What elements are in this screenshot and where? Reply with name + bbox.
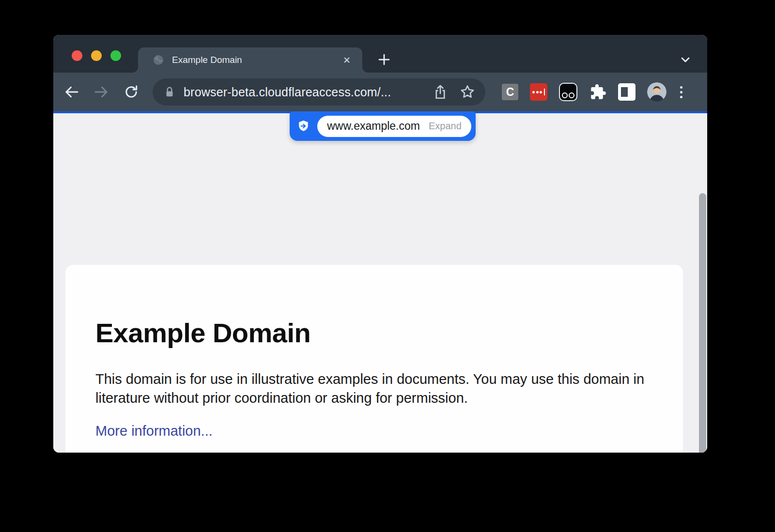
isolated-domain-pill[interactable]: www.example.com Expand bbox=[317, 116, 471, 137]
url-text[interactable]: browser-beta.cloudflareaccess.com/... bbox=[184, 85, 421, 99]
extension-c-icon[interactable]: C bbox=[502, 84, 518, 100]
profile-avatar[interactable] bbox=[647, 82, 666, 102]
forward-arrow-icon bbox=[93, 83, 110, 101]
extensions-puzzle-icon[interactable] bbox=[589, 83, 606, 101]
vertical-scrollbar-thumb[interactable] bbox=[699, 193, 706, 453]
tab-title: Example Domain bbox=[172, 55, 340, 65]
minimize-window-button[interactable] bbox=[91, 50, 102, 61]
reload-icon bbox=[123, 84, 140, 100]
more-information-link[interactable]: More information... bbox=[95, 423, 213, 439]
chevron-down-icon bbox=[679, 53, 692, 66]
new-tab-button[interactable] bbox=[375, 50, 393, 69]
share-button[interactable] bbox=[432, 84, 449, 100]
tab-right-flare bbox=[362, 67, 368, 73]
lastpass-extension-icon[interactable] bbox=[530, 83, 547, 101]
page-heading: Example Domain bbox=[95, 317, 683, 349]
expand-button[interactable]: Expand bbox=[429, 121, 462, 132]
tab-close-icon[interactable]: ✕ bbox=[340, 54, 354, 67]
page-viewport: www.example.com Expand Example Domain Th… bbox=[53, 113, 707, 453]
maximize-window-button[interactable] bbox=[110, 50, 121, 61]
tab-left-flare bbox=[132, 67, 138, 73]
tab-strip: Example Domain ✕ bbox=[53, 35, 707, 73]
page-body-text: This domain is for use in illustrative e… bbox=[95, 370, 652, 408]
address-bar[interactable]: browser-beta.cloudflareaccess.com/... bbox=[153, 78, 485, 106]
tab-example-domain[interactable]: Example Domain ✕ bbox=[138, 47, 362, 73]
close-window-button[interactable] bbox=[72, 50, 82, 61]
extensions-row: C bbox=[502, 82, 684, 102]
forward-button[interactable] bbox=[91, 81, 112, 103]
double-circle-extension-icon[interactable] bbox=[559, 83, 577, 101]
content-card: Example Domain This domain is for use in… bbox=[65, 265, 683, 453]
tab-search-button[interactable] bbox=[677, 51, 694, 68]
browser-toolbar: browser-beta.cloudflareaccess.com/... C bbox=[53, 73, 707, 111]
isolated-domain-text: www.example.com bbox=[327, 120, 420, 133]
bookmark-star-icon[interactable] bbox=[459, 84, 476, 100]
shield-arrow-icon bbox=[297, 120, 310, 133]
plus-icon bbox=[377, 52, 391, 67]
reload-button[interactable] bbox=[121, 81, 142, 103]
lock-icon[interactable] bbox=[163, 86, 176, 98]
back-arrow-icon bbox=[63, 83, 80, 101]
side-panel-icon[interactable] bbox=[618, 83, 636, 101]
window-controls bbox=[72, 50, 121, 61]
back-button[interactable] bbox=[61, 81, 82, 103]
browser-window: Example Domain ✕ bbox=[53, 35, 707, 453]
globe-favicon-icon bbox=[153, 54, 164, 66]
browser-menu-kebab-icon[interactable] bbox=[678, 86, 684, 98]
isolation-banner[interactable]: www.example.com Expand bbox=[290, 111, 476, 141]
